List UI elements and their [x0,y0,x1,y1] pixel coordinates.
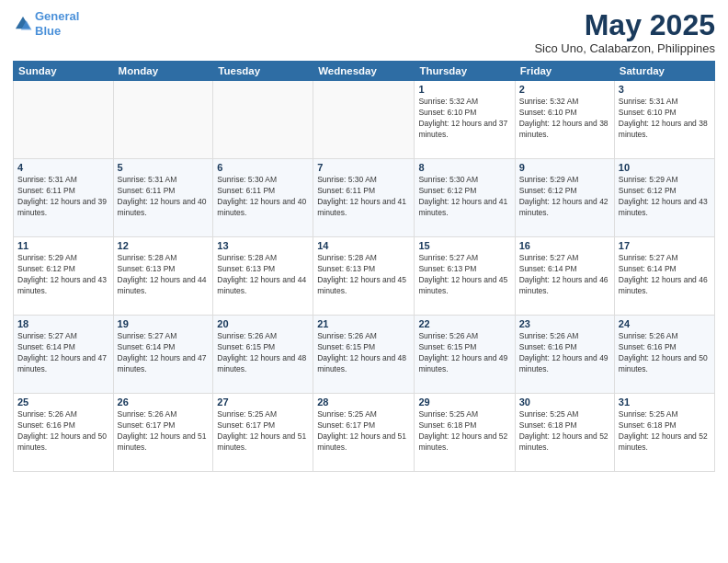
title-area: May 2025 Sico Uno, Calabarzon, Philippin… [534,9,715,55]
calendar-cell: 14Sunrise: 5:28 AM Sunset: 6:13 PM Dayli… [313,237,415,316]
calendar-cell: 7Sunrise: 5:30 AM Sunset: 6:11 PM Daylig… [313,159,415,237]
day-number: 15 [418,240,510,251]
day-info: Sunrise: 5:25 AM Sunset: 6:18 PM Dayligh… [619,409,711,454]
day-number: 24 [619,318,711,329]
calendar-cell: 30Sunrise: 5:25 AM Sunset: 6:18 PM Dayli… [515,394,614,472]
calendar-table: Sunday Monday Tuesday Wednesday Thursday… [13,61,715,472]
calendar-cell: 18Sunrise: 5:27 AM Sunset: 6:14 PM Dayli… [14,316,114,394]
day-info: Sunrise: 5:32 AM Sunset: 6:10 PM Dayligh… [418,97,510,141]
header: General Blue May 2025 Sico Uno, Calabarz… [13,9,715,55]
day-info: Sunrise: 5:26 AM Sunset: 6:17 PM Dayligh… [118,409,210,454]
day-info: Sunrise: 5:25 AM Sunset: 6:17 PM Dayligh… [317,409,410,454]
calendar-cell: 25Sunrise: 5:26 AM Sunset: 6:16 PM Dayli… [14,394,114,472]
day-number: 10 [619,162,711,173]
calendar-cell: 12Sunrise: 5:28 AM Sunset: 6:13 PM Dayli… [113,237,213,316]
day-number: 2 [519,84,610,95]
logo-line2: Blue [35,24,61,38]
day-info: Sunrise: 5:26 AM Sunset: 6:15 PM Dayligh… [317,331,410,375]
calendar-week-3: 11Sunrise: 5:29 AM Sunset: 6:12 PM Dayli… [14,237,715,316]
day-number: 16 [519,240,610,251]
day-number: 13 [217,240,309,251]
day-number: 28 [317,396,410,408]
day-info: Sunrise: 5:25 AM Sunset: 6:17 PM Dayligh… [217,409,309,454]
calendar-cell [313,81,415,159]
col-sunday: Sunday [14,62,114,81]
col-monday: Monday [113,62,213,81]
day-info: Sunrise: 5:25 AM Sunset: 6:18 PM Dayligh… [519,409,610,454]
day-info: Sunrise: 5:30 AM Sunset: 6:11 PM Dayligh… [317,175,410,219]
calendar-cell: 3Sunrise: 5:31 AM Sunset: 6:10 PM Daylig… [614,81,714,159]
calendar-cell: 11Sunrise: 5:29 AM Sunset: 6:12 PM Dayli… [14,237,114,316]
calendar-cell: 29Sunrise: 5:25 AM Sunset: 6:18 PM Dayli… [415,394,515,472]
day-number: 18 [17,318,109,329]
day-number: 3 [619,84,711,95]
calendar-header-row: Sunday Monday Tuesday Wednesday Thursday… [14,62,715,81]
day-info: Sunrise: 5:30 AM Sunset: 6:11 PM Dayligh… [217,175,309,219]
day-info: Sunrise: 5:27 AM Sunset: 6:14 PM Dayligh… [17,331,109,375]
calendar-cell: 27Sunrise: 5:25 AM Sunset: 6:17 PM Dayli… [213,394,313,472]
day-number: 22 [418,318,510,329]
logo-text: General Blue [35,9,79,38]
day-info: Sunrise: 5:26 AM Sunset: 6:16 PM Dayligh… [619,331,711,375]
col-wednesday: Wednesday [313,62,415,81]
calendar-week-1: 1Sunrise: 5:32 AM Sunset: 6:10 PM Daylig… [14,81,715,159]
day-number: 26 [118,396,210,408]
day-number: 27 [217,396,309,408]
day-number: 29 [418,396,510,408]
day-info: Sunrise: 5:27 AM Sunset: 6:13 PM Dayligh… [418,253,510,297]
calendar-cell: 4Sunrise: 5:31 AM Sunset: 6:11 PM Daylig… [14,159,114,237]
calendar-cell: 26Sunrise: 5:26 AM Sunset: 6:17 PM Dayli… [113,394,213,472]
calendar-cell: 1Sunrise: 5:32 AM Sunset: 6:10 PM Daylig… [415,81,515,159]
col-tuesday: Tuesday [213,62,313,81]
day-info: Sunrise: 5:27 AM Sunset: 6:14 PM Dayligh… [118,331,210,375]
day-info: Sunrise: 5:28 AM Sunset: 6:13 PM Dayligh… [217,253,309,297]
day-number: 11 [17,240,109,251]
subtitle: Sico Uno, Calabarzon, Philippines [534,41,715,55]
day-info: Sunrise: 5:30 AM Sunset: 6:12 PM Dayligh… [418,175,510,219]
day-info: Sunrise: 5:28 AM Sunset: 6:13 PM Dayligh… [118,253,210,297]
calendar-cell [213,81,313,159]
calendar-cell: 17Sunrise: 5:27 AM Sunset: 6:14 PM Dayli… [614,237,714,316]
calendar-cell: 31Sunrise: 5:25 AM Sunset: 6:18 PM Dayli… [614,394,714,472]
day-info: Sunrise: 5:27 AM Sunset: 6:14 PM Dayligh… [519,253,610,297]
day-info: Sunrise: 5:29 AM Sunset: 6:12 PM Dayligh… [519,175,610,219]
calendar-cell: 8Sunrise: 5:30 AM Sunset: 6:12 PM Daylig… [415,159,515,237]
day-number: 17 [619,240,711,251]
day-info: Sunrise: 5:31 AM Sunset: 6:10 PM Dayligh… [619,97,711,141]
calendar-cell: 6Sunrise: 5:30 AM Sunset: 6:11 PM Daylig… [213,159,313,237]
day-number: 8 [418,162,510,173]
col-friday: Friday [515,62,614,81]
calendar-cell: 15Sunrise: 5:27 AM Sunset: 6:13 PM Dayli… [415,237,515,316]
calendar-cell: 2Sunrise: 5:32 AM Sunset: 6:10 PM Daylig… [515,81,614,159]
calendar-cell: 23Sunrise: 5:26 AM Sunset: 6:16 PM Dayli… [515,316,614,394]
col-thursday: Thursday [415,62,515,81]
day-info: Sunrise: 5:27 AM Sunset: 6:14 PM Dayligh… [619,253,711,297]
day-number: 21 [317,318,410,329]
day-info: Sunrise: 5:28 AM Sunset: 6:13 PM Dayligh… [317,253,410,297]
calendar-cell [113,81,213,159]
day-number: 20 [217,318,309,329]
calendar-cell: 28Sunrise: 5:25 AM Sunset: 6:17 PM Dayli… [313,394,415,472]
calendar-cell: 21Sunrise: 5:26 AM Sunset: 6:15 PM Dayli… [313,316,415,394]
day-number: 9 [519,162,610,173]
day-number: 12 [118,240,210,251]
calendar-cell: 13Sunrise: 5:28 AM Sunset: 6:13 PM Dayli… [213,237,313,316]
calendar-cell: 20Sunrise: 5:26 AM Sunset: 6:15 PM Dayli… [213,316,313,394]
day-number: 31 [619,396,711,408]
calendar-cell: 10Sunrise: 5:29 AM Sunset: 6:12 PM Dayli… [614,159,714,237]
day-info: Sunrise: 5:31 AM Sunset: 6:11 PM Dayligh… [118,175,210,219]
logo-line1: General [35,9,79,23]
day-number: 25 [17,396,109,408]
day-number: 6 [217,162,309,173]
day-number: 5 [118,162,210,173]
calendar-cell: 16Sunrise: 5:27 AM Sunset: 6:14 PM Dayli… [515,237,614,316]
day-number: 19 [118,318,210,329]
day-info: Sunrise: 5:32 AM Sunset: 6:10 PM Dayligh… [519,97,610,141]
calendar-cell: 22Sunrise: 5:26 AM Sunset: 6:15 PM Dayli… [415,316,515,394]
logo: General Blue [13,9,79,38]
day-info: Sunrise: 5:29 AM Sunset: 6:12 PM Dayligh… [619,175,711,219]
calendar-week-4: 18Sunrise: 5:27 AM Sunset: 6:14 PM Dayli… [14,316,715,394]
day-number: 23 [519,318,610,329]
day-info: Sunrise: 5:31 AM Sunset: 6:11 PM Dayligh… [17,175,109,219]
day-info: Sunrise: 5:26 AM Sunset: 6:16 PM Dayligh… [519,331,610,375]
